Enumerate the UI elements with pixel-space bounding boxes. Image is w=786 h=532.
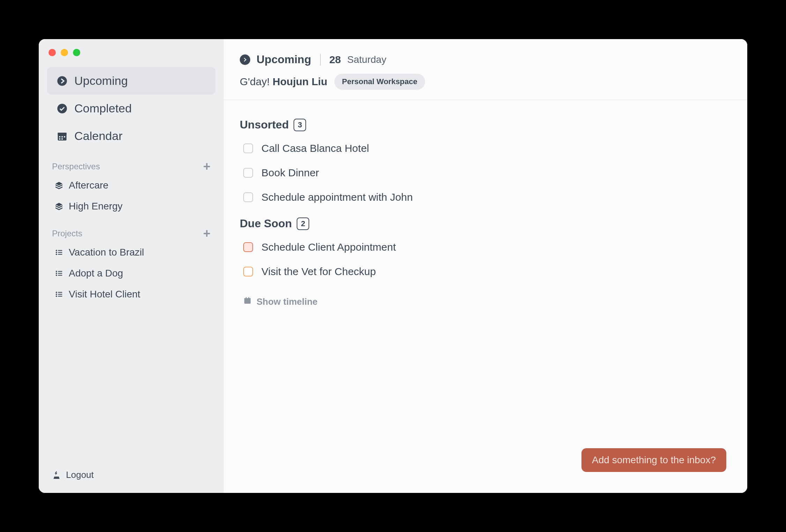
section-label: Projects bbox=[52, 229, 82, 238]
maximize-icon[interactable] bbox=[73, 49, 80, 56]
svg-point-13 bbox=[56, 254, 57, 255]
task-label: Call Casa Blanca Hotel bbox=[261, 142, 369, 154]
task-label: Visit the Vet for Checkup bbox=[261, 266, 376, 278]
workspace-badge[interactable]: Personal Workspace bbox=[334, 74, 425, 90]
task-row[interactable]: Book Dinner bbox=[240, 161, 731, 185]
section-label: Perspectives bbox=[52, 162, 100, 171]
logout-label: Logout bbox=[66, 470, 94, 480]
list-icon bbox=[54, 290, 64, 298]
project-label: Vacation to Brazil bbox=[69, 247, 144, 258]
svg-rect-6 bbox=[64, 136, 65, 138]
svg-point-23 bbox=[56, 294, 57, 295]
svg-point-21 bbox=[56, 292, 57, 293]
greeting: G'day! Houjun Liu bbox=[240, 76, 327, 88]
task-group-due-soon: Due Soon 2 Schedule Client Appointment V… bbox=[240, 217, 731, 284]
svg-rect-5 bbox=[61, 136, 63, 138]
perspective-item[interactable]: High Energy bbox=[46, 196, 217, 217]
perspectives-header: Perspectives + bbox=[46, 150, 217, 175]
show-timeline-button[interactable]: Show timeline bbox=[240, 294, 731, 309]
task-row[interactable]: Call Casa Blanca Hotel bbox=[240, 136, 731, 161]
svg-rect-30 bbox=[249, 297, 250, 299]
checkbox[interactable] bbox=[243, 267, 253, 276]
checkbox[interactable] bbox=[243, 168, 253, 178]
svg-point-9 bbox=[56, 250, 57, 251]
sidebar-item-label: Calendar bbox=[74, 129, 123, 143]
chevron-circle-icon bbox=[56, 75, 68, 87]
group-count: 2 bbox=[297, 217, 309, 230]
add-perspective-button[interactable]: + bbox=[203, 160, 210, 173]
group-title: Due Soon bbox=[240, 217, 292, 230]
svg-rect-7 bbox=[59, 138, 60, 140]
sidebar-item-label: Upcoming bbox=[74, 74, 128, 88]
svg-point-11 bbox=[56, 252, 57, 253]
close-icon[interactable] bbox=[49, 49, 56, 56]
list-icon bbox=[54, 249, 64, 256]
logout-button[interactable]: Logout bbox=[46, 466, 217, 486]
timeline-label: Show timeline bbox=[257, 296, 318, 307]
greeting-name: Houjun Liu bbox=[273, 76, 327, 87]
greeting-prefix: G'day! bbox=[240, 76, 273, 87]
sidebar-item-label: Completed bbox=[74, 102, 132, 115]
page-title: Upcoming bbox=[257, 53, 311, 66]
group-count: 3 bbox=[294, 119, 306, 131]
checkbox[interactable] bbox=[243, 143, 253, 153]
svg-rect-4 bbox=[59, 136, 60, 138]
project-label: Adopt a Dog bbox=[69, 268, 123, 279]
main-panel: Upcoming 28 Saturday G'day! Houjun Liu P… bbox=[224, 39, 747, 493]
project-label: Visit Hotel Client bbox=[69, 289, 140, 300]
svg-point-0 bbox=[57, 76, 67, 86]
app-window: Upcoming Completed Calendar Perspectives… bbox=[39, 39, 747, 493]
projects-header: Projects + bbox=[46, 217, 217, 242]
minimize-icon[interactable] bbox=[61, 49, 68, 56]
check-circle-icon bbox=[56, 103, 68, 114]
svg-point-1 bbox=[57, 104, 67, 113]
calendar-icon bbox=[56, 130, 68, 142]
chevron-circle-icon bbox=[240, 54, 250, 65]
list-icon bbox=[54, 269, 64, 277]
task-label: Schedule appointment with John bbox=[261, 191, 413, 203]
date-day: Saturday bbox=[347, 54, 386, 65]
sidebar-item-completed[interactable]: Completed bbox=[47, 95, 215, 122]
sidebar: Upcoming Completed Calendar Perspectives… bbox=[39, 39, 224, 493]
sidebar-item-calendar[interactable]: Calendar bbox=[47, 122, 215, 150]
nav-primary: Upcoming Completed Calendar bbox=[46, 67, 217, 150]
divider bbox=[320, 54, 321, 66]
perspective-label: High Energy bbox=[69, 201, 123, 212]
checkbox[interactable] bbox=[243, 192, 253, 202]
task-label: Book Dinner bbox=[261, 167, 319, 179]
task-row[interactable]: Schedule appointment with John bbox=[240, 185, 731, 209]
logout-icon bbox=[52, 471, 62, 480]
layers-icon bbox=[54, 181, 64, 190]
group-title: Unsorted bbox=[240, 118, 289, 131]
date-number: 28 bbox=[329, 54, 341, 66]
task-row[interactable]: Visit the Vet for Checkup bbox=[240, 259, 731, 284]
project-item[interactable]: Visit Hotel Client bbox=[46, 284, 217, 305]
svg-point-19 bbox=[56, 275, 57, 276]
svg-rect-8 bbox=[61, 138, 63, 140]
perspective-label: Aftercare bbox=[69, 180, 109, 191]
svg-rect-3 bbox=[58, 133, 67, 135]
window-controls bbox=[49, 49, 80, 56]
svg-point-25 bbox=[56, 296, 57, 297]
add-to-inbox-button[interactable]: Add something to the inbox? bbox=[581, 448, 726, 472]
checkbox[interactable] bbox=[243, 242, 253, 252]
layers-icon bbox=[54, 202, 64, 210]
project-item[interactable]: Adopt a Dog bbox=[46, 263, 217, 284]
sidebar-item-upcoming[interactable]: Upcoming bbox=[47, 67, 215, 95]
task-row[interactable]: Schedule Client Appointment bbox=[240, 235, 731, 259]
task-label: Schedule Client Appointment bbox=[261, 241, 396, 253]
svg-rect-28 bbox=[244, 298, 251, 300]
calendar-small-icon bbox=[243, 296, 252, 307]
header: Upcoming 28 Saturday G'day! Houjun Liu P… bbox=[224, 39, 747, 100]
svg-rect-29 bbox=[246, 297, 247, 299]
svg-point-17 bbox=[56, 273, 57, 274]
perspective-item[interactable]: Aftercare bbox=[46, 175, 217, 196]
project-item[interactable]: Vacation to Brazil bbox=[46, 242, 217, 263]
add-project-button[interactable]: + bbox=[203, 227, 210, 240]
svg-point-15 bbox=[56, 271, 57, 272]
task-content: Unsorted 3 Call Casa Blanca Hotel Book D… bbox=[224, 100, 747, 493]
task-group-unsorted: Unsorted 3 Call Casa Blanca Hotel Book D… bbox=[240, 118, 731, 209]
